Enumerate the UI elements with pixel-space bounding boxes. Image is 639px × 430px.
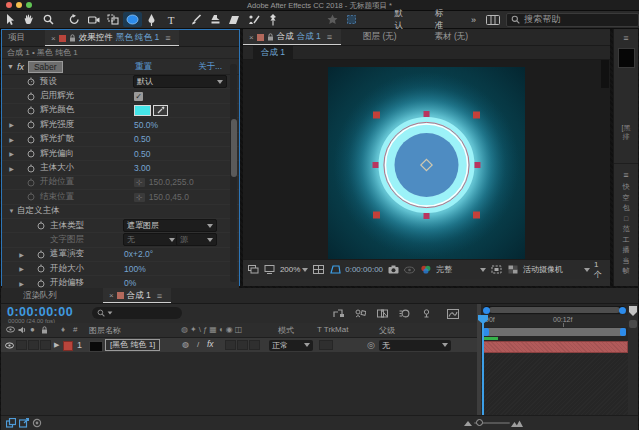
comp-marker-bin-icon[interactable] [629,306,637,316]
property-value[interactable]: 3.00 [134,163,151,173]
stopwatch-icon[interactable] [25,92,37,101]
frame-blending-icon[interactable] [375,307,390,320]
current-timecode[interactable]: 0:00:00:00 [7,305,73,319]
eyedropper-icon[interactable] [153,105,168,116]
work-area-bar[interactable] [483,328,626,336]
workspace-default-button[interactable]: 默认 [382,8,422,32]
composition-subtab[interactable]: 合成 1 [253,46,293,60]
always-preview-icon[interactable] [247,264,259,275]
stopwatch-icon[interactable] [25,149,37,158]
timeline-zoom-slider[interactable] [474,422,510,424]
type-tool[interactable]: T [161,12,180,27]
work-area-end-handle[interactable] [620,328,626,336]
panel-menu-icon[interactable]: ≡ [614,168,638,182]
channels-icon[interactable] [420,264,432,275]
close-tab-icon[interactable]: × [109,291,114,300]
expand-layer-switches-icon[interactable] [4,418,17,429]
layer-name-column[interactable]: 图层名称 [89,325,121,336]
selection-tool[interactable] [0,12,19,27]
tab-layer[interactable]: 图层 (无) [357,29,403,45]
close-tab-icon[interactable]: × [51,34,56,43]
timeline-navigator-bar[interactable] [489,307,620,313]
stopwatch-icon[interactable] [35,264,47,273]
trkmat-cell[interactable] [319,340,333,350]
timeline-navigator-track[interactable] [483,306,626,314]
zoom-in-mountains-icon[interactable] [510,418,523,429]
toggle-switches-modes-icon[interactable] [17,418,30,429]
zoom-tool[interactable] [38,12,57,27]
expand-triangle-icon[interactable]: ▶ [17,280,26,287]
parent-dropdown[interactable]: 无 [379,340,451,351]
expand-triangle-icon[interactable]: ▶ [7,121,16,128]
panel-menu-icon[interactable]: ≡ [614,31,638,45]
parent-pickwhip-icon[interactable]: ◎ [367,340,375,350]
motion-blur-icon[interactable] [397,307,412,320]
stopwatch-icon[interactable] [25,135,37,144]
roto-brush-tool[interactable] [244,12,263,27]
pen-tool[interactable] [142,12,161,27]
reset-effect-link[interactable]: 重置 [135,61,152,73]
tab-effect-controls[interactable]: × 效果控件 黑色 纯色 1 ≡ [45,30,179,46]
mode-column[interactable]: 模式 [278,325,294,336]
shy-layers-icon[interactable] [353,307,368,320]
work-area-start-handle[interactable] [483,328,489,336]
layer-label-swatch[interactable] [63,341,73,351]
hand-tool[interactable] [19,12,38,27]
property-value[interactable]: 50.0% [134,120,158,130]
tab-footage[interactable]: 素材 (无) [429,29,475,45]
workspace-bar-icon[interactable] [483,12,502,27]
layer-switch-cell[interactable] [249,340,260,350]
effect-name[interactable]: Saber [28,61,63,73]
primary-viewer-icon[interactable] [263,264,275,275]
blend-mode-dropdown[interactable]: 正常 [269,340,313,351]
brush-tool[interactable] [186,12,205,27]
ellipse-tool[interactable] [123,12,142,27]
transparency-grid-icon[interactable] [507,264,519,275]
property-value[interactable]: 0% [124,278,136,288]
property-value[interactable]: 100% [124,264,146,274]
property-value[interactable]: 0.50 [134,149,151,159]
playhead-line[interactable] [482,315,484,415]
magnification-dropdown[interactable]: 200% [280,265,308,274]
region-of-interest-icon[interactable] [490,264,502,275]
expand-triangle-icon[interactable]: ▶ [7,165,16,172]
tab-composition[interactable]: × 合成 合成 1 ≡ [243,29,341,45]
tab-project[interactable]: 项目 [2,30,31,46]
eraser-tool[interactable] [225,12,244,27]
expand-triangle-icon[interactable]: ▶ [17,251,26,258]
composition-image[interactable] [328,67,525,259]
parent-column[interactable]: 父级 [379,325,395,336]
layer-expand-triangle[interactable]: ▶ [54,341,59,349]
view-layout-dropdown[interactable]: 1个 [594,260,606,280]
composition-stage[interactable] [243,60,610,259]
stopwatch-icon[interactable] [25,106,37,115]
layer-lock-toggle[interactable] [40,340,51,350]
timeline-graph-area[interactable]: 00f 00:12f [481,304,628,415]
collapse-effect-icon[interactable]: ▼ [7,63,14,70]
snapshot-camera-icon[interactable] [387,264,399,275]
stopwatch-icon[interactable] [35,221,47,230]
expand-triangle-icon[interactable]: ▶ [7,150,16,157]
panel-menu-icon[interactable]: ≡ [154,291,165,301]
layer-solo-toggle[interactable] [28,340,39,350]
workspace-standard-button[interactable]: 标准 [423,8,463,32]
expand-triangle-icon[interactable]: ▶ [17,265,26,272]
layer-fx-switch[interactable]: fx [207,339,214,349]
zoom-slider-knob[interactable] [476,419,483,426]
stopwatch-icon[interactable] [35,250,47,259]
property-value[interactable]: 0x+2.0° [124,249,153,259]
viewer-timecode[interactable]: 0:00:00:00 [345,265,383,274]
grid-guides-icon[interactable] [312,264,324,275]
viewer-scrollbar[interactable] [601,60,609,88]
clone-stamp-tool[interactable] [206,12,225,27]
layer-duration-bar[interactable] [483,341,628,353]
scrollbar-thumb[interactable] [231,119,237,177]
layer-quality-switch[interactable]: ◍ [182,340,189,349]
glow-color-swatch[interactable] [134,105,151,116]
workspace-overflow-button[interactable]: » [463,15,483,25]
layer-audio-toggle[interactable] [16,340,27,350]
stopwatch-icon[interactable] [25,77,37,86]
tab-render-queue[interactable]: 渲染队列 [17,288,63,303]
brainstorm-icon[interactable] [419,307,434,320]
panel-menu-icon[interactable]: ≡ [162,33,173,43]
